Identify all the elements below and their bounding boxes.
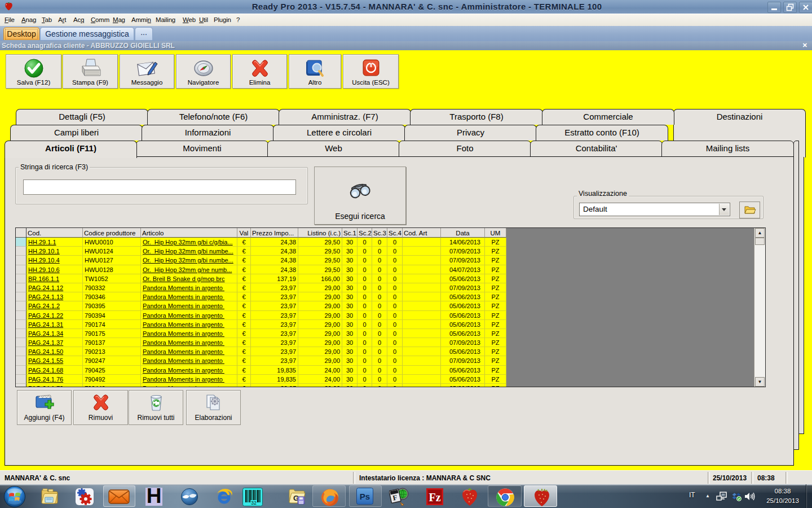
svg-text:32: 32 (251, 500, 257, 506)
svg-text:Ps: Ps (360, 492, 370, 501)
svg-text:Fz: Fz (429, 491, 440, 503)
